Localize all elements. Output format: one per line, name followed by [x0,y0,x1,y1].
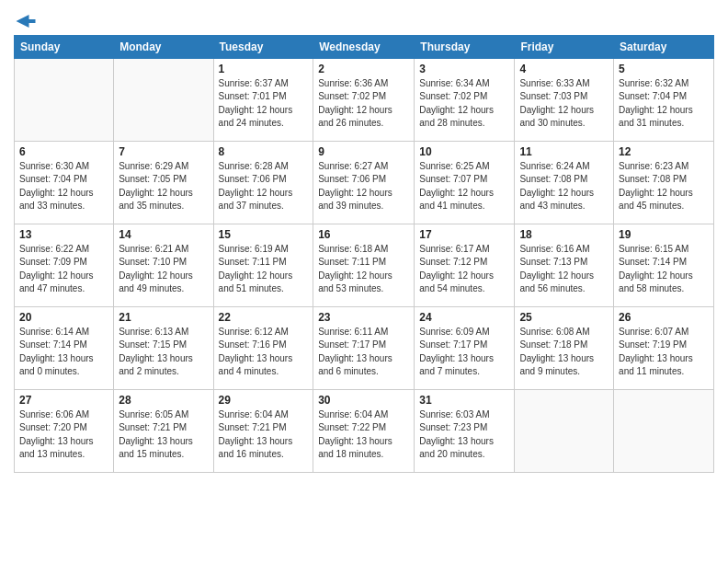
day-info: Sunrise: 6:17 AMSunset: 7:12 PMDaylight:… [419,243,509,296]
day-info: Sunrise: 6:30 AMSunset: 7:04 PMDaylight:… [19,160,108,213]
day-number: 26 [619,311,709,324]
weekday-header: Sunday [15,35,114,58]
calendar-day-cell: 16Sunrise: 6:18 AMSunset: 7:11 PMDayligh… [313,224,415,306]
day-number: 31 [419,394,509,407]
day-info: Sunrise: 6:12 AMSunset: 7:16 PMDaylight:… [219,326,309,379]
day-number: 6 [19,145,108,158]
calendar-day-cell: 14Sunrise: 6:21 AMSunset: 7:10 PMDayligh… [114,224,213,306]
day-number: 1 [219,63,309,75]
day-info: Sunrise: 6:16 AMSunset: 7:13 PMDaylight:… [519,243,609,296]
day-info: Sunrise: 6:25 AMSunset: 7:07 PMDaylight:… [419,160,509,213]
logo-icon [16,15,36,28]
day-info: Sunrise: 6:18 AMSunset: 7:11 PMDaylight:… [318,243,409,296]
calendar-week-row: 13Sunrise: 6:22 AMSunset: 7:09 PMDayligh… [15,224,714,306]
calendar-day-cell: 30Sunrise: 6:04 AMSunset: 7:22 PMDayligh… [313,389,415,472]
calendar-day-cell: 21Sunrise: 6:13 AMSunset: 7:15 PMDayligh… [114,306,213,389]
page-container: SundayMondayTuesdayWednesdayThursdayFrid… [0,0,728,482]
day-info: Sunrise: 6:05 AMSunset: 7:21 PMDaylight:… [119,408,208,462]
calendar-day-cell: 31Sunrise: 6:03 AMSunset: 7:23 PMDayligh… [415,389,515,472]
calendar-day-cell: 15Sunrise: 6:19 AMSunset: 7:11 PMDayligh… [213,224,313,306]
calendar-day-cell [515,389,614,472]
day-number: 14 [119,228,208,241]
weekday-header: Wednesday [313,35,415,58]
calendar-day-cell: 1Sunrise: 6:37 AMSunset: 7:01 PMDaylight… [213,58,313,141]
day-number: 13 [19,228,108,241]
day-info: Sunrise: 6:19 AMSunset: 7:11 PMDaylight:… [219,243,309,296]
calendar-day-cell: 23Sunrise: 6:11 AMSunset: 7:17 PMDayligh… [313,306,415,389]
calendar-day-cell [614,389,714,472]
day-number: 15 [219,228,309,241]
calendar-day-cell [15,58,114,141]
day-number: 22 [219,311,309,324]
day-info: Sunrise: 6:29 AMSunset: 7:05 PMDaylight:… [119,160,208,213]
day-number: 7 [119,145,208,158]
day-info: Sunrise: 6:04 AMSunset: 7:21 PMDaylight:… [219,408,309,462]
day-info: Sunrise: 6:15 AMSunset: 7:14 PMDaylight:… [619,243,709,296]
day-number: 28 [119,394,208,407]
day-number: 3 [419,63,509,75]
day-number: 27 [19,394,108,407]
calendar-day-cell: 22Sunrise: 6:12 AMSunset: 7:16 PMDayligh… [213,306,313,389]
calendar-day-cell: 12Sunrise: 6:23 AMSunset: 7:08 PMDayligh… [614,141,714,224]
day-info: Sunrise: 6:22 AMSunset: 7:09 PMDaylight:… [19,243,108,296]
calendar-day-cell: 17Sunrise: 6:17 AMSunset: 7:12 PMDayligh… [415,224,515,306]
day-info: Sunrise: 6:27 AMSunset: 7:06 PMDaylight:… [318,160,409,213]
day-info: Sunrise: 6:37 AMSunset: 7:01 PMDaylight:… [219,77,309,131]
day-info: Sunrise: 6:03 AMSunset: 7:23 PMDaylight:… [419,408,509,462]
page-header [14,9,714,28]
day-number: 11 [519,145,609,158]
day-info: Sunrise: 6:08 AMSunset: 7:18 PMDaylight:… [519,326,609,379]
day-info: Sunrise: 6:09 AMSunset: 7:17 PMDaylight:… [419,326,509,379]
day-number: 8 [219,145,309,158]
weekday-header: Saturday [614,35,714,58]
calendar-day-cell: 27Sunrise: 6:06 AMSunset: 7:20 PMDayligh… [15,389,114,472]
day-info: Sunrise: 6:33 AMSunset: 7:03 PMDaylight:… [519,77,609,131]
calendar-day-cell: 10Sunrise: 6:25 AMSunset: 7:07 PMDayligh… [415,141,515,224]
day-number: 21 [119,311,208,324]
calendar-day-cell: 26Sunrise: 6:07 AMSunset: 7:19 PMDayligh… [614,306,714,389]
calendar-day-cell: 19Sunrise: 6:15 AMSunset: 7:14 PMDayligh… [614,224,714,306]
day-number: 29 [219,394,309,407]
calendar-day-cell: 6Sunrise: 6:30 AMSunset: 7:04 PMDaylight… [15,141,114,224]
calendar-day-cell: 2Sunrise: 6:36 AMSunset: 7:02 PMDaylight… [313,58,415,141]
day-info: Sunrise: 6:23 AMSunset: 7:08 PMDaylight:… [619,160,709,213]
calendar-day-cell: 8Sunrise: 6:28 AMSunset: 7:06 PMDaylight… [213,141,313,224]
day-info: Sunrise: 6:21 AMSunset: 7:10 PMDaylight:… [119,243,208,296]
day-number: 30 [318,394,409,407]
day-info: Sunrise: 6:14 AMSunset: 7:14 PMDaylight:… [19,326,108,379]
calendar-day-cell: 5Sunrise: 6:32 AMSunset: 7:04 PMDaylight… [614,58,714,141]
calendar-day-cell: 7Sunrise: 6:29 AMSunset: 7:05 PMDaylight… [114,141,213,224]
calendar-day-cell: 3Sunrise: 6:34 AMSunset: 7:02 PMDaylight… [415,58,515,141]
day-number: 16 [318,228,409,241]
calendar-day-cell: 18Sunrise: 6:16 AMSunset: 7:13 PMDayligh… [515,224,614,306]
day-number: 4 [519,63,609,75]
day-info: Sunrise: 6:34 AMSunset: 7:02 PMDaylight:… [419,77,509,131]
calendar-day-cell: 13Sunrise: 6:22 AMSunset: 7:09 PMDayligh… [15,224,114,306]
calendar-week-row: 1Sunrise: 6:37 AMSunset: 7:01 PMDaylight… [15,58,714,141]
day-number: 17 [419,228,509,241]
calendar-week-row: 6Sunrise: 6:30 AMSunset: 7:04 PMDaylight… [15,141,714,224]
weekday-header: Thursday [415,35,515,58]
svg-marker-0 [17,15,36,28]
day-info: Sunrise: 6:11 AMSunset: 7:17 PMDaylight:… [318,326,409,379]
day-info: Sunrise: 6:04 AMSunset: 7:22 PMDaylight:… [318,408,409,462]
weekday-header: Monday [114,35,213,58]
calendar-day-cell: 9Sunrise: 6:27 AMSunset: 7:06 PMDaylight… [313,141,415,224]
calendar-day-cell: 28Sunrise: 6:05 AMSunset: 7:21 PMDayligh… [114,389,213,472]
day-number: 10 [419,145,509,158]
day-number: 20 [19,311,108,324]
day-info: Sunrise: 6:06 AMSunset: 7:20 PMDaylight:… [19,408,108,462]
weekday-header: Tuesday [213,35,313,58]
calendar-day-cell: 20Sunrise: 6:14 AMSunset: 7:14 PMDayligh… [15,306,114,389]
day-info: Sunrise: 6:36 AMSunset: 7:02 PMDaylight:… [318,77,409,131]
day-number: 5 [619,63,709,75]
day-number: 24 [419,311,509,324]
day-info: Sunrise: 6:32 AMSunset: 7:04 PMDaylight:… [619,77,709,131]
calendar-header-row: SundayMondayTuesdayWednesdayThursdayFrid… [15,35,714,58]
calendar-day-cell: 25Sunrise: 6:08 AMSunset: 7:18 PMDayligh… [515,306,614,389]
day-number: 23 [318,311,409,324]
day-info: Sunrise: 6:28 AMSunset: 7:06 PMDaylight:… [219,160,309,213]
calendar-day-cell: 4Sunrise: 6:33 AMSunset: 7:03 PMDaylight… [515,58,614,141]
calendar-day-cell: 24Sunrise: 6:09 AMSunset: 7:17 PMDayligh… [415,306,515,389]
calendar-day-cell: 29Sunrise: 6:04 AMSunset: 7:21 PMDayligh… [213,389,313,472]
